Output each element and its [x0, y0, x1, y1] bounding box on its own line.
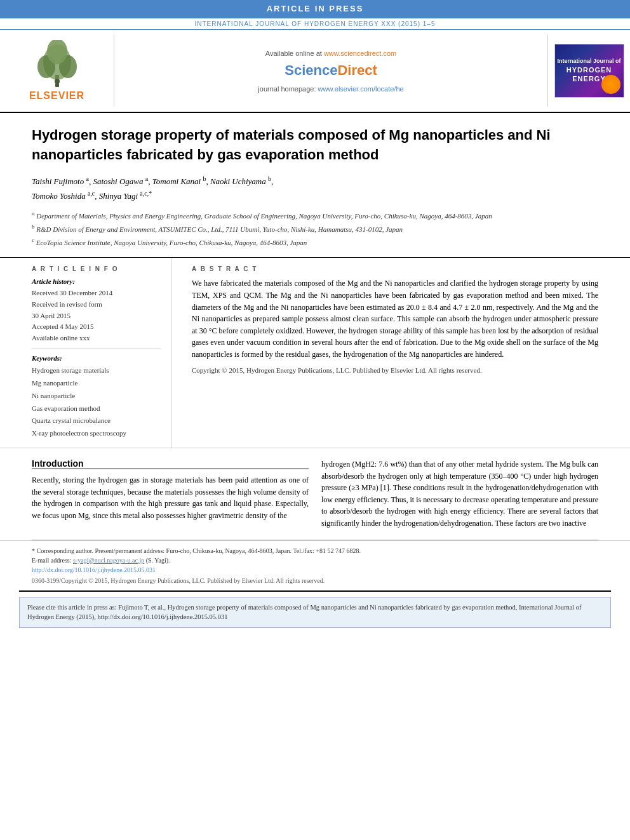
sciencedirect-logo: ScienceDirect	[285, 62, 377, 79]
accepted-date: Accepted 4 May 2015	[32, 321, 161, 333]
elsevier-tree-icon	[29, 40, 86, 88]
keyword-5: Quartz crystal microbalance	[32, 415, 161, 427]
journal-cover-area: International Journal ofHYDROGENENERGY	[547, 35, 630, 107]
svg-rect-6	[55, 83, 59, 87]
email-line: E-mail address: s-yagi@nucl.nagoya-u.ac.…	[32, 556, 598, 565]
article-info-heading: A R T I C L E I N F O	[32, 265, 161, 272]
abstract-body: We have fabricated the materials compose…	[192, 277, 598, 360]
keyword-1: Hydrogen storage materials	[32, 364, 161, 377]
abstract-heading: A B S T R A C T	[192, 265, 598, 272]
journal-homepage-label: journal homepage:	[258, 85, 316, 93]
email-suffix: (S. Yagi).	[146, 557, 170, 564]
article-main-title: Hydrogen storage property of materials c…	[32, 126, 598, 165]
citation-box: Please cite this article in press as: Fu…	[19, 597, 611, 629]
elsevier-logo-area: ELSEVIER	[0, 35, 114, 107]
introduction-paragraph: Recently, storing the hydrogen gas in st…	[32, 474, 309, 521]
email-label: E-mail address:	[32, 557, 71, 564]
available-online: Available online xxx	[32, 333, 161, 344]
body-left-col: Introduction Recently, storing the hydro…	[32, 458, 309, 530]
article-in-press-banner: ARTICLE IN PRESS	[0, 0, 630, 17]
author-email[interactable]: s-yagi@nucl.nagoya-u.ac.jp	[73, 557, 144, 564]
body-section: Introduction Recently, storing the hydro…	[0, 448, 630, 540]
abstract-col: A B S T R A C T We have fabricated the m…	[184, 258, 598, 448]
revised-date: 30 April 2015	[32, 310, 161, 322]
journal-homepage-line: journal homepage: www.elsevier.com/locat…	[258, 85, 403, 93]
corresponding-author-note: * Corresponding author. Present/permanen…	[32, 546, 598, 556]
footnote-section: * Corresponding author. Present/permanen…	[0, 540, 630, 590]
received-date: Received 30 December 2014	[32, 288, 161, 299]
introduction-heading: Introduction	[32, 458, 309, 469]
bottom-copyright: 0360-3199/Copyright © 2015, Hydrogen Ene…	[32, 576, 598, 585]
journal-cover-decoration	[601, 75, 620, 94]
keywords-label: Keywords:	[32, 354, 161, 362]
keyword-4: Gas evaporation method	[32, 403, 161, 415]
header-area: ELSEVIER Available online at www.science…	[0, 30, 630, 113]
revised-label: Received in revised form	[32, 299, 161, 310]
journal-homepage-url[interactable]: www.elsevier.com/locate/he	[318, 85, 404, 93]
article-info-abstract-section: A R T I C L E I N F O Article history: R…	[0, 258, 630, 448]
journal-cover-image: International Journal ofHYDROGENENERGY	[554, 44, 624, 98]
elsevier-brand-name: ELSEVIER	[29, 90, 84, 102]
info-divider	[32, 349, 161, 349]
affiliation-b: b R&D Division of Energy and Environment…	[32, 223, 598, 234]
article-info-col: A R T I C L E I N F O Article history: R…	[32, 258, 171, 448]
article-title-section: Hydrogen storage property of materials c…	[0, 113, 630, 258]
keyword-6: X-ray photoelectron spectroscopy	[32, 427, 161, 440]
doi-link[interactable]: http://dx.doi.org/10.1016/j.ijhydene.201…	[32, 565, 598, 575]
authors-line: Taishi Fujimoto a, Satoshi Ogawa a, Tomo…	[32, 174, 598, 203]
available-online-text: Available online at www.sciencedirect.co…	[265, 50, 396, 57]
sciencedirect-url[interactable]: www.sciencedirect.com	[324, 50, 396, 57]
page-bottom-border	[19, 590, 611, 592]
svg-point-5	[55, 79, 60, 84]
affiliation-c: c EcoTopia Science Institute, Nagoya Uni…	[32, 236, 598, 248]
right-col-text: hydrogen (MgH2: 7.6 wt%) than that of an…	[321, 458, 598, 530]
header-middle: Available online at www.sciencedirect.co…	[114, 35, 547, 107]
keyword-3: Ni nanoparticle	[32, 390, 161, 403]
affiliation-a: a Department of Materials, Physics and E…	[32, 210, 598, 221]
body-right-col: hydrogen (MgH2: 7.6 wt%) than that of an…	[321, 458, 598, 530]
journal-title-bar: INTERNATIONAL JOURNAL OF HYDROGEN ENERGY…	[0, 17, 630, 30]
keyword-2: Mg nanoparticle	[32, 377, 161, 390]
article-history-label: Article history:	[32, 277, 161, 285]
abstract-copyright: Copyright © 2015, Hydrogen Energy Public…	[192, 365, 598, 376]
